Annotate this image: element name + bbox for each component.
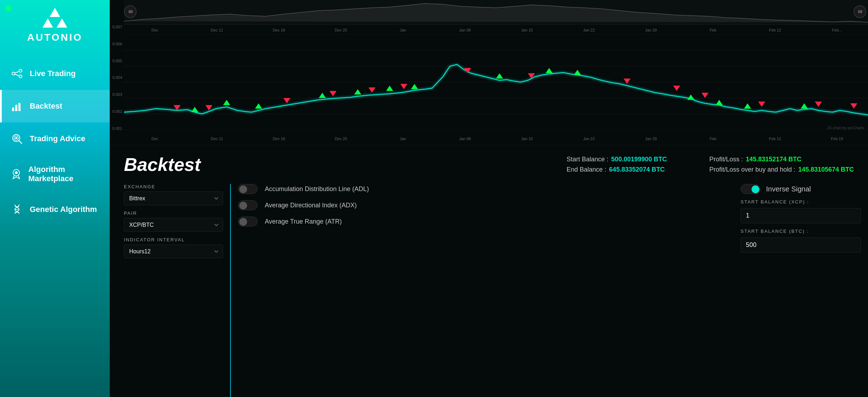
profit-loss-hold-value: 145.83105674 BTC (798, 166, 854, 173)
middle-controls: Accumulation Distribution Line (ADL) Ave… (230, 184, 733, 397)
adx-toggle[interactable] (238, 200, 258, 210)
atr-label: Average True Range (ATR) (265, 218, 342, 225)
inverse-signal-label: Inverse Signal (766, 185, 811, 193)
exchange-group: EXCHANGE Bittrex Binance Kraken (124, 184, 223, 205)
chart-handle-right[interactable] (853, 5, 866, 18)
indicator-interval-select[interactable]: Hours12 Hours1 Hours4 Hours6 Days1 (124, 244, 223, 258)
main-chart (124, 34, 868, 130)
backtest-title: Backtest (124, 154, 201, 175)
y-axis: 0.007 0.006 0.005 0.004 0.003 0.002 0.00… (110, 25, 124, 131)
chart-handle-left[interactable] (124, 5, 137, 18)
svg-marker-47 (801, 103, 808, 109)
svg-marker-61 (850, 103, 857, 109)
sidebar-item-trading-advice[interactable]: Trading Advice (0, 122, 110, 155)
svg-rect-8 (12, 108, 14, 111)
svg-rect-26 (861, 10, 862, 13)
pair-label: PAIR (124, 211, 223, 216)
date-feb-end: Feb... (806, 28, 868, 32)
chart-icon (11, 100, 23, 113)
y-label-0007: 0.007 (112, 25, 122, 29)
controls-row: EXCHANGE Bittrex Binance Kraken PAIR XCP… (110, 180, 868, 397)
sidebar-item-algorithm-marketplace[interactable]: Algorithm Marketplace (0, 155, 110, 193)
profit-loss-label: Profit/Loss : (709, 156, 743, 163)
left-controls: EXCHANGE Bittrex Binance Kraken PAIR XCP… (110, 184, 230, 397)
svg-marker-46 (744, 103, 751, 109)
svg-rect-24 (858, 10, 859, 13)
svg-marker-40 (411, 84, 418, 89)
svg-marker-42 (546, 68, 553, 73)
date-jan: Jan (372, 28, 434, 32)
svg-marker-36 (255, 103, 262, 109)
adx-row: Average Directional Index (ADX) (238, 200, 726, 210)
start-balance-btc-input[interactable] (741, 237, 861, 253)
stats-group-right: Profit/Loss : 145.83152174 BTC Profit/Lo… (709, 156, 854, 173)
svg-rect-21 (129, 10, 130, 13)
stats-group-left: Start Balance : 500.00199900 BTC End Bal… (567, 156, 667, 173)
adl-label: Accumulation Distribution Line (ADL) (265, 185, 369, 193)
svg-rect-22 (130, 10, 131, 13)
atr-toggle[interactable] (238, 217, 258, 226)
svg-rect-23 (132, 10, 132, 13)
logo-icon (41, 7, 69, 28)
svg-marker-43 (574, 70, 581, 75)
start-balance-row: Start Balance : 500.00199900 BTC (567, 156, 667, 163)
sidebar-item-backtest[interactable]: Backtest (0, 90, 110, 122)
exchange-label: EXCHANGE (124, 184, 223, 189)
chart-credit: JS chart by amCharts (827, 126, 864, 130)
svg-marker-39 (386, 86, 393, 91)
start-balance-value: 500.00199900 BTC (611, 156, 667, 163)
adl-toggle[interactable] (238, 184, 258, 194)
date-dec25: Dec 25 (310, 28, 372, 32)
start-balance-xcp-label: START BALANCE (XCP) : (741, 199, 861, 205)
date-jan22: Jan 22 (558, 28, 620, 32)
sidebar-item-label-genetic-algorithm: Genetic Algorithm (30, 205, 97, 214)
svg-marker-34 (191, 107, 198, 112)
svg-marker-60 (815, 102, 822, 107)
atr-knob (239, 218, 247, 226)
svg-marker-35 (223, 100, 230, 105)
svg-marker-51 (330, 91, 337, 96)
svg-marker-49 (205, 105, 212, 110)
exchange-select[interactable]: Bittrex Binance Kraken (124, 191, 223, 205)
date-dec18: Dec 18 (248, 28, 310, 32)
sidebar-item-live-trading[interactable]: Live Trading (0, 57, 110, 90)
profit-loss-value: 145.83152174 BTC (746, 156, 801, 163)
svg-marker-57 (673, 86, 680, 91)
svg-marker-53 (400, 84, 407, 89)
coins-icon (11, 132, 23, 145)
adl-row: Accumulation Distribution Line (ADL) (238, 184, 726, 194)
end-balance-label: End Balance : (567, 166, 606, 173)
adl-knob (239, 185, 247, 193)
sidebar-item-label-algorithm-marketplace: Algorithm Marketplace (28, 165, 99, 183)
mini-chart (124, 0, 868, 25)
start-balance-btc-group: START BALANCE (BTC) : (741, 229, 861, 253)
sidebar-item-label-live-trading: Live Trading (30, 69, 76, 78)
date-feb: Feb (682, 28, 744, 32)
start-balance-xcp-input[interactable] (741, 208, 861, 223)
profit-loss-hold-row: Profit/Loss over buy and hold : 145.8310… (709, 166, 854, 173)
svg-point-17 (15, 171, 18, 174)
pair-select[interactable]: XCP/BTC ETH/BTC LTC/BTC (124, 218, 223, 232)
start-balance-xcp-group: START BALANCE (XCP) : (741, 199, 861, 223)
inverse-signal-toggle[interactable] (741, 184, 760, 194)
svg-rect-10 (18, 103, 21, 111)
y-label-0006: 0.006 (112, 42, 122, 46)
sidebar-item-genetic-algorithm[interactable]: Genetic Algorithm (0, 193, 110, 226)
profit-loss-hold-label: Profit/Loss over buy and hold : (709, 166, 795, 173)
svg-marker-56 (623, 79, 630, 84)
backtest-header: Backtest Start Balance : 500.00199900 BT… (110, 145, 868, 180)
sidebar: AUTONIO Live Trading (0, 0, 110, 397)
start-balance-btc-label: START BALANCE (BTC) : (741, 229, 861, 234)
date-jan08: Jan 08 (434, 28, 496, 32)
y-label-0002: 0.002 (112, 109, 122, 114)
svg-line-7 (15, 74, 19, 76)
status-dot (5, 5, 12, 12)
svg-point-3 (12, 72, 15, 75)
network-icon (11, 67, 23, 80)
svg-line-14 (19, 141, 22, 144)
svg-point-5 (19, 75, 22, 78)
indicator-interval-label: INDICATOR INTERVAL (124, 237, 223, 242)
y-label-0004: 0.004 (112, 75, 122, 80)
date-feb12: Feb 12 (744, 28, 806, 32)
start-balance-label: Start Balance : (567, 156, 609, 163)
